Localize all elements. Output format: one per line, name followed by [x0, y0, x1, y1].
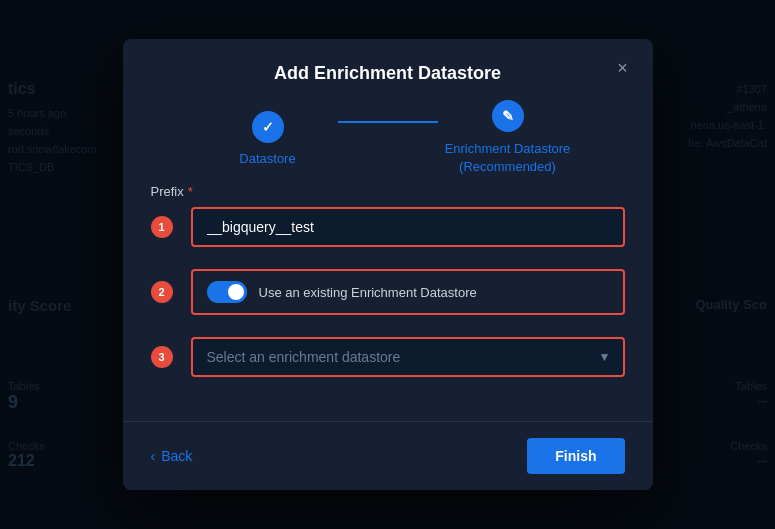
modal-body: Prefix * 1 2 Use an existing Enrichment … — [123, 184, 653, 401]
select-row-wrapper: 3 Select an enrichment datastore ▼ — [151, 337, 625, 377]
modal-container: Add Enrichment Datastore × ✓ Datastore ✎… — [123, 39, 653, 490]
step-2: ✎ Enrichment Datastore(Recommended) — [438, 100, 578, 176]
step-1-circle: ✓ — [252, 111, 284, 143]
finish-button[interactable]: Finish — [527, 438, 624, 474]
select-wrapper: Select an enrichment datastore ▼ — [191, 337, 625, 377]
toggle-row-wrapper: 2 Use an existing Enrichment Datastore — [151, 251, 625, 333]
step-2-label: Enrichment Datastore(Recommended) — [445, 140, 571, 176]
back-button[interactable]: ‹ Back — [151, 448, 193, 464]
required-marker: * — [188, 184, 193, 199]
modal-header: Add Enrichment Datastore × — [123, 39, 653, 100]
toggle-knob — [228, 284, 244, 300]
back-label: Back — [161, 448, 192, 464]
toggle-container: Use an existing Enrichment Datastore — [191, 269, 625, 315]
prefix-label-row: Prefix * — [151, 184, 625, 199]
stepper: ✓ Datastore ✎ Enrichment Datastore(Recom… — [123, 100, 653, 176]
close-button[interactable]: × — [609, 55, 637, 83]
step-1-label: Datastore — [239, 151, 295, 166]
modal-overlay: Add Enrichment Datastore × ✓ Datastore ✎… — [0, 0, 775, 529]
modal-footer: ‹ Back Finish — [123, 422, 653, 490]
badge-3: 3 — [151, 346, 173, 368]
step-1-icon: ✓ — [262, 119, 274, 135]
toggle-label: Use an existing Enrichment Datastore — [259, 285, 477, 300]
modal-title: Add Enrichment Datastore — [274, 63, 501, 84]
back-arrow-icon: ‹ — [151, 448, 156, 464]
step-2-circle: ✎ — [492, 100, 524, 132]
enrichment-datastore-select[interactable]: Select an enrichment datastore — [193, 339, 623, 375]
badge-1: 1 — [151, 216, 173, 238]
toggle-switch[interactable] — [207, 281, 247, 303]
prefix-input-row: 1 — [151, 207, 625, 247]
prefix-input[interactable] — [191, 207, 625, 247]
step-connector — [338, 121, 438, 123]
step-1: ✓ Datastore — [198, 111, 338, 166]
prefix-label: Prefix — [151, 184, 184, 199]
badge-2: 2 — [151, 281, 173, 303]
step-2-icon: ✎ — [502, 108, 514, 124]
